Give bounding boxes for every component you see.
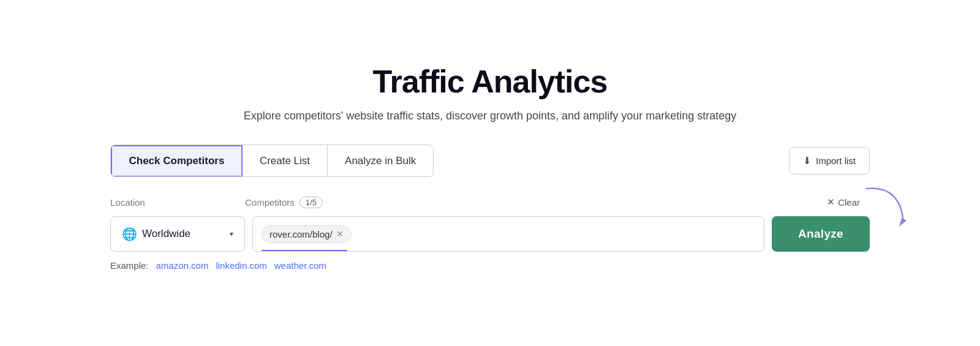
competitor-tag-value: rover.com/blog/ <box>270 229 333 239</box>
example-link-linkedin[interactable]: linkedin.com <box>216 260 266 271</box>
examples: Example: amazon.com linkedin.com weather… <box>110 260 870 271</box>
competitors-input-wrap[interactable]: rover.com/blog/ ✕ <box>252 216 764 252</box>
location-label: Location <box>110 197 245 208</box>
import-list-label: Import list <box>816 156 856 166</box>
tabs-container: Check Competitors Create List Analyze in… <box>110 145 434 177</box>
clear-button[interactable]: ✕ Clear <box>822 194 865 210</box>
competitors-label-group: Competitors 1/5 <box>245 197 822 208</box>
form-area: Location Competitors 1/5 ✕ Clear 🌐 World… <box>110 194 870 271</box>
competitor-tag: rover.com/blog/ ✕ <box>262 225 352 243</box>
analyze-button[interactable]: Analyze <box>772 216 870 252</box>
tab-analyze-bulk[interactable]: Analyze in Bulk <box>328 145 433 176</box>
chevron-icon: ▾ <box>230 230 233 238</box>
example-label: Example: <box>110 260 149 271</box>
analyze-btn-wrapper: Analyze <box>764 216 870 252</box>
location-value: Worldwide <box>142 228 224 240</box>
import-icon: ⬇ <box>803 155 811 167</box>
page-title: Traffic Analytics <box>373 63 608 100</box>
toolbar: Check Competitors Create List Analyze in… <box>110 145 870 177</box>
example-link-amazon[interactable]: amazon.com <box>156 260 209 271</box>
page-subtitle: Explore competitors' website traffic sta… <box>244 110 736 122</box>
form-labels: Location Competitors 1/5 ✕ Clear <box>110 194 870 210</box>
location-dropdown[interactable]: 🌐 Worldwide ▾ <box>110 216 245 252</box>
clear-label: Clear <box>838 197 860 208</box>
import-list-button[interactable]: ⬇ Import list <box>789 147 870 175</box>
globe-icon: 🌐 <box>122 227 137 241</box>
tab-check-competitors[interactable]: Check Competitors <box>111 145 243 177</box>
competitors-label: Competitors <box>245 197 295 208</box>
svg-marker-0 <box>899 218 907 227</box>
competitors-input[interactable] <box>358 228 755 239</box>
tab-create-list[interactable]: Create List <box>243 145 328 176</box>
clear-x-icon: ✕ <box>827 197 835 208</box>
competitors-badge: 1/5 <box>300 197 323 208</box>
form-row: 🌐 Worldwide ▾ rover.com/blog/ ✕ Analyze <box>110 216 870 252</box>
tag-close-icon[interactable]: ✕ <box>336 230 344 238</box>
page-container: Traffic Analytics Explore competitors' w… <box>61 39 919 307</box>
example-link-weather[interactable]: weather.com <box>274 260 326 271</box>
